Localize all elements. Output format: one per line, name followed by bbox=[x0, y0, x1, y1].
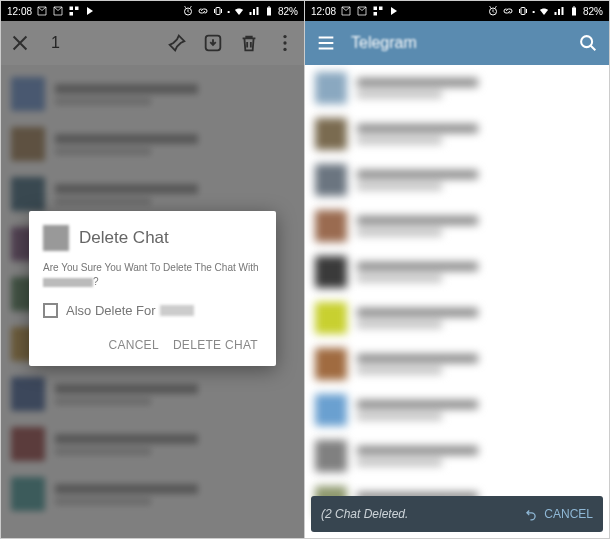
battery-icon bbox=[568, 5, 580, 17]
hamburger-icon[interactable] bbox=[315, 32, 337, 54]
list-item[interactable] bbox=[305, 249, 609, 295]
svg-rect-12 bbox=[379, 7, 383, 11]
alarm-icon bbox=[487, 5, 499, 17]
vibrate-icon bbox=[517, 5, 529, 17]
also-delete-label: Also Delete For bbox=[66, 303, 194, 318]
list-item[interactable] bbox=[305, 341, 609, 387]
svg-rect-11 bbox=[374, 7, 378, 11]
snackbar-cancel[interactable]: CANCEL bbox=[524, 507, 593, 521]
app-icon bbox=[372, 5, 384, 17]
list-item[interactable] bbox=[305, 65, 609, 111]
svg-rect-16 bbox=[572, 8, 576, 16]
svg-rect-15 bbox=[521, 8, 525, 15]
delete-chat-dialog: Delete Chat Are You Sure You Want To Del… bbox=[29, 211, 276, 366]
status-bar: 12:08 • 82% bbox=[305, 1, 609, 21]
status-time: 12:08 bbox=[7, 6, 32, 17]
telegram-header: Telegram bbox=[305, 21, 609, 65]
delete-chat-button[interactable]: DELETE CHAT bbox=[169, 332, 262, 358]
list-item[interactable] bbox=[305, 295, 609, 341]
redacted-name bbox=[43, 278, 93, 287]
wifi-icon bbox=[233, 5, 245, 17]
list-item[interactable] bbox=[305, 433, 609, 479]
undo-icon bbox=[524, 507, 538, 521]
cancel-button[interactable]: CANCEL bbox=[104, 332, 162, 358]
list-item[interactable] bbox=[305, 111, 609, 157]
svg-rect-5 bbox=[267, 8, 271, 16]
vibrate-icon bbox=[212, 5, 224, 17]
wifi-icon bbox=[538, 5, 550, 17]
mail-icon bbox=[356, 5, 368, 17]
mail-icon bbox=[340, 5, 352, 17]
telegram-chat-list bbox=[305, 65, 609, 525]
dialog-title: Delete Chat bbox=[79, 228, 169, 248]
redacted-name bbox=[160, 305, 194, 316]
play-icon bbox=[388, 5, 400, 17]
signal-icon bbox=[248, 5, 260, 17]
dot-icon: • bbox=[532, 7, 535, 16]
svg-rect-0 bbox=[70, 7, 74, 11]
mail-icon bbox=[36, 5, 48, 17]
svg-rect-4 bbox=[216, 8, 220, 15]
svg-rect-17 bbox=[573, 7, 575, 8]
phone-left: 12:08 • 82% 1 bbox=[1, 1, 305, 538]
status-time: 12:08 bbox=[311, 6, 336, 17]
mail-icon bbox=[52, 5, 64, 17]
alarm-icon bbox=[182, 5, 194, 17]
play-icon bbox=[84, 5, 96, 17]
link-icon bbox=[197, 5, 209, 17]
snackbar-message: (2 Chat Deleted. bbox=[321, 507, 408, 521]
list-item[interactable] bbox=[305, 387, 609, 433]
also-delete-checkbox[interactable] bbox=[43, 303, 58, 318]
dot-icon: • bbox=[227, 7, 230, 16]
avatar bbox=[43, 225, 69, 251]
phone-right: 12:08 • 82% Telegr bbox=[305, 1, 609, 538]
status-bar: 12:08 • 82% bbox=[1, 1, 304, 21]
list-item[interactable] bbox=[305, 157, 609, 203]
list-item[interactable] bbox=[305, 203, 609, 249]
svg-rect-13 bbox=[374, 12, 378, 16]
battery-pct: 82% bbox=[278, 6, 298, 17]
app-title: Telegram bbox=[351, 34, 563, 52]
link-icon bbox=[502, 5, 514, 17]
battery-pct: 82% bbox=[583, 6, 603, 17]
search-icon[interactable] bbox=[577, 32, 599, 54]
snackbar: (2 Chat Deleted. CANCEL bbox=[311, 496, 603, 532]
svg-rect-6 bbox=[268, 7, 270, 8]
battery-icon bbox=[263, 5, 275, 17]
svg-rect-1 bbox=[75, 7, 79, 11]
signal-icon bbox=[553, 5, 565, 17]
svg-point-18 bbox=[581, 36, 592, 47]
app-icon bbox=[68, 5, 80, 17]
svg-rect-2 bbox=[70, 12, 74, 16]
dialog-message: Are You Sure You Want To Delete The Chat… bbox=[43, 261, 262, 289]
